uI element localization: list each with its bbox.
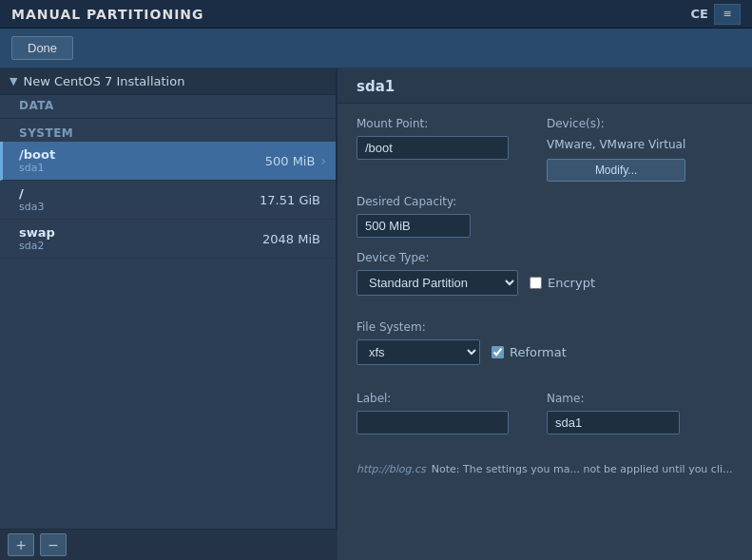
label-field-label: Label: — [357, 392, 509, 405]
partition-size-root: 17.51 GiB — [260, 193, 320, 207]
filesystem-group: File System: xfs ext4 ext3 ext2 vfat bio… — [357, 320, 733, 378]
partition-name-swap: swap — [19, 225, 55, 240]
toolbar: Done — [0, 29, 752, 68]
left-panel-bottom-bar: + − — [0, 529, 337, 560]
remove-partition-button[interactable]: − — [40, 533, 67, 556]
filesystem-label: File System: — [357, 320, 733, 334]
mount-point-input[interactable] — [357, 136, 509, 160]
modify-button[interactable]: Modify... — [547, 159, 685, 182]
add-partition-button[interactable]: + — [8, 533, 34, 556]
label-group: Label: — [357, 392, 509, 434]
name-input[interactable] — [547, 411, 680, 434]
encrypt-checkbox-group: Encrypt — [530, 276, 595, 290]
partition-dev-swap: sda2 — [19, 240, 262, 252]
filesystem-select[interactable]: xfs ext4 ext3 ext2 vfat biosboot swap — [357, 339, 480, 365]
header: MANUAL PARTITIONING CE ≡ — [0, 0, 752, 29]
right-panel: sda1 Mount Point: Device(s): VMware, VMw… — [337, 68, 752, 560]
devices-value: VMware, VMware Virtual — [547, 138, 685, 151]
form-area: Mount Point: Device(s): VMware, VMware V… — [337, 104, 752, 489]
label-input[interactable] — [357, 411, 509, 434]
partition-size-swap: 2048 MiB — [262, 232, 320, 246]
section-divider-1 — [0, 118, 336, 119]
header-right: CE ≡ — [691, 4, 741, 25]
partition-size-boot: 500 MiB — [265, 154, 316, 168]
partition-arrow-boot: › — [320, 153, 326, 168]
desired-capacity-group: Desired Capacity: — [357, 195, 471, 238]
left-panel: ▼ New CentOS 7 Installation DATA SYSTEM … — [0, 68, 337, 560]
tree-header-label: New CentOS 7 Installation — [23, 74, 184, 88]
device-type-label: Device Type: — [357, 251, 733, 264]
bottom-area: http://blog.cs Note: The settings you ma… — [357, 463, 733, 475]
main-content: ▼ New CentOS 7 Installation DATA SYSTEM … — [0, 68, 752, 560]
partition-item-boot[interactable]: /boot sda1 500 MiB › — [0, 142, 336, 181]
reformat-checkbox-group: Reformat — [492, 345, 567, 359]
app-title: MANUAL PARTITIONING — [11, 7, 204, 22]
device-type-select[interactable]: Standard Partition BTRFS LVM LVM Thin Pr… — [357, 270, 518, 296]
tree-header: ▼ New CentOS 7 Installation — [0, 68, 336, 95]
bottom-note-row: http://blog.cs Note: The settings you ma… — [357, 463, 733, 475]
mount-point-group: Mount Point: — [357, 117, 509, 160]
partition-item-root[interactable]: / sda3 17.51 GiB — [0, 181, 336, 220]
encrypt-label: Encrypt — [548, 276, 595, 290]
reformat-label: Reformat — [510, 345, 567, 359]
section-system-label: SYSTEM — [0, 123, 336, 142]
device-type-row: Standard Partition BTRFS LVM LVM Thin Pr… — [357, 270, 733, 296]
tree-toggle-icon[interactable]: ▼ — [10, 75, 17, 87]
form-row-2: Desired Capacity: — [357, 195, 733, 238]
devices-label: Device(s): — [547, 117, 685, 130]
partition-item-swap[interactable]: swap sda2 2048 MiB — [0, 220, 336, 259]
partition-name-boot: /boot — [19, 147, 55, 162]
header-menu-button[interactable]: ≡ — [714, 4, 741, 25]
done-button[interactable]: Done — [11, 36, 73, 60]
partition-detail-title: sda1 — [337, 68, 752, 104]
mount-point-label: Mount Point: — [357, 117, 509, 130]
form-row-label-name: Label: Name: — [357, 392, 733, 434]
desired-capacity-input[interactable] — [357, 214, 471, 238]
devices-group: Device(s): VMware, VMware Virtual Modify… — [547, 117, 685, 182]
reformat-checkbox[interactable] — [492, 346, 504, 358]
device-type-group: Device Type: Standard Partition BTRFS LV… — [357, 251, 733, 309]
bottom-note-text: Note: The settings you ma... not be appl… — [432, 463, 733, 475]
name-field-label: Name: — [547, 392, 680, 405]
url-hint: http://blog.cs — [357, 463, 426, 475]
partition-name-root: / — [19, 186, 24, 201]
desired-capacity-label: Desired Capacity: — [357, 195, 471, 208]
section-data-label: DATA — [0, 95, 336, 114]
form-row-1: Mount Point: Device(s): VMware, VMware V… — [357, 117, 733, 182]
filesystem-row: xfs ext4 ext3 ext2 vfat biosboot swap Re… — [357, 339, 733, 365]
encrypt-checkbox[interactable] — [530, 277, 542, 289]
header-ce-label: CE — [691, 7, 708, 21]
partition-dev-root: sda3 — [19, 201, 260, 213]
partition-dev-boot: sda1 — [19, 162, 265, 174]
name-group: Name: — [547, 392, 680, 434]
